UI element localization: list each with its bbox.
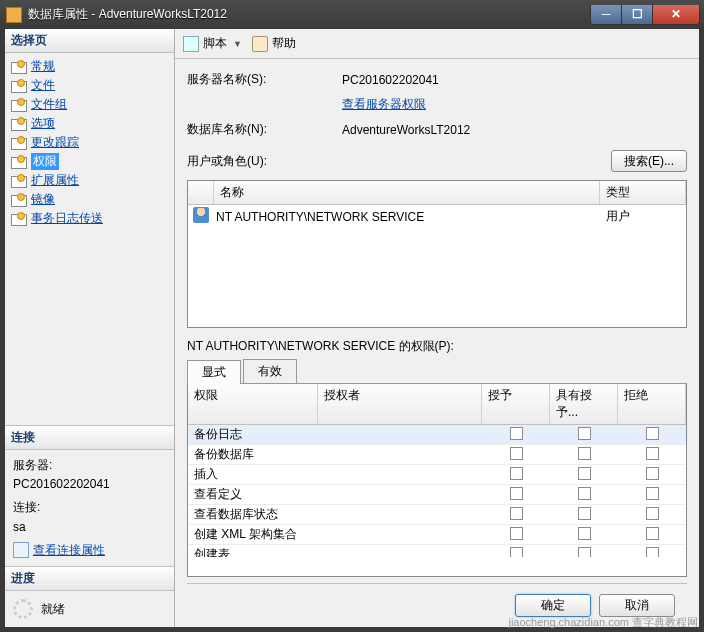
- perm-name: 创建表: [188, 546, 318, 557]
- script-dropdown-icon[interactable]: ▼: [233, 39, 242, 49]
- col-with-grant[interactable]: 具有授予...: [550, 384, 618, 424]
- permissions-grid[interactable]: 权限 授权者 授予 具有授予... 拒绝 备份日志备份数据库插入查看定义查看数据…: [187, 384, 687, 577]
- perm-row[interactable]: 查看数据库状态: [188, 505, 686, 525]
- progress-status: 就绪: [41, 601, 65, 618]
- search-button[interactable]: 搜索(E)...: [611, 150, 687, 172]
- col-deny[interactable]: 拒绝: [618, 384, 686, 424]
- grant-checkbox[interactable]: [510, 547, 523, 558]
- maximize-button[interactable]: ☐: [621, 5, 653, 25]
- perm-row[interactable]: 创建 XML 架构集合: [188, 525, 686, 545]
- content-area: 服务器名称(S): PC201602202041 查看服务器权限 数据库名称(N…: [175, 59, 699, 627]
- perm-name: 备份数据库: [188, 446, 318, 463]
- nav-item-扩展属性[interactable]: 扩展属性: [5, 171, 174, 190]
- perm-name: 备份日志: [188, 426, 318, 443]
- tab-explicit[interactable]: 显式: [187, 360, 241, 384]
- grant-checkbox[interactable]: [510, 427, 523, 440]
- user-type: 用户: [600, 208, 686, 225]
- conn-value: sa: [13, 518, 166, 537]
- server-value: PC201602202041: [13, 475, 166, 494]
- nav-item-文件组[interactable]: 文件组: [5, 95, 174, 114]
- col-type[interactable]: 类型: [600, 181, 686, 204]
- with-grant-checkbox[interactable]: [578, 547, 591, 558]
- perm-row[interactable]: 备份数据库: [188, 445, 686, 465]
- with-grant-checkbox[interactable]: [578, 507, 591, 520]
- user-name: NT AUTHORITY\NETWORK SERVICE: [214, 210, 600, 224]
- nav-label: 扩展属性: [31, 172, 79, 189]
- progress-section: 进度 就绪: [5, 566, 174, 627]
- perm-row[interactable]: 创建表: [188, 545, 686, 557]
- grant-checkbox[interactable]: [510, 487, 523, 500]
- right-pane: 脚本 ▼ 帮助 服务器名称(S): PC201602202041 查看服务器权限…: [175, 29, 699, 627]
- users-grid[interactable]: 名称 类型 NT AUTHORITY\NETWORK SERVICE用户: [187, 180, 687, 328]
- perm-row[interactable]: 查看定义: [188, 485, 686, 505]
- tab-effective[interactable]: 有效: [243, 359, 297, 383]
- grant-checkbox[interactable]: [510, 467, 523, 480]
- user-row[interactable]: NT AUTHORITY\NETWORK SERVICE用户: [188, 205, 686, 228]
- ok-button[interactable]: 确定: [515, 594, 591, 617]
- progress-ring-icon: [13, 599, 33, 619]
- page-icon: [11, 117, 27, 131]
- close-button[interactable]: ✕: [652, 5, 700, 25]
- nav-item-常规[interactable]: 常规: [5, 57, 174, 76]
- nav-label: 更改跟踪: [31, 134, 79, 151]
- deny-checkbox[interactable]: [646, 487, 659, 500]
- minimize-button[interactable]: ─: [590, 5, 622, 25]
- nav-label: 事务日志传送: [31, 210, 103, 227]
- deny-checkbox[interactable]: [646, 467, 659, 480]
- deny-checkbox[interactable]: [646, 427, 659, 440]
- deny-checkbox[interactable]: [646, 507, 659, 520]
- view-connection-link[interactable]: 查看连接属性: [33, 541, 105, 560]
- grant-checkbox[interactable]: [510, 447, 523, 460]
- col-permission[interactable]: 权限: [188, 384, 318, 424]
- nav-label: 选项: [31, 115, 55, 132]
- perm-name: 插入: [188, 466, 318, 483]
- select-page-header: 选择页: [5, 29, 174, 53]
- help-button[interactable]: 帮助: [272, 35, 296, 52]
- nav-label: 权限: [31, 153, 59, 170]
- page-icon: [11, 212, 27, 226]
- with-grant-checkbox[interactable]: [578, 427, 591, 440]
- nav-item-镜像[interactable]: 镜像: [5, 190, 174, 209]
- deny-checkbox[interactable]: [646, 547, 659, 558]
- deny-checkbox[interactable]: [646, 447, 659, 460]
- with-grant-checkbox[interactable]: [578, 527, 591, 540]
- nav-label: 常规: [31, 58, 55, 75]
- perm-row[interactable]: 备份日志: [188, 425, 686, 445]
- col-grant[interactable]: 授予: [482, 384, 550, 424]
- app-icon: [6, 7, 22, 23]
- window-buttons: ─ ☐ ✕: [591, 5, 700, 25]
- with-grant-checkbox[interactable]: [578, 487, 591, 500]
- nav-label: 文件组: [31, 96, 67, 113]
- with-grant-checkbox[interactable]: [578, 467, 591, 480]
- nav-item-权限[interactable]: 权限: [5, 152, 174, 171]
- page-icon: [11, 98, 27, 112]
- grant-checkbox[interactable]: [510, 507, 523, 520]
- perm-row[interactable]: 插入: [188, 465, 686, 485]
- grant-checkbox[interactable]: [510, 527, 523, 540]
- nav-item-事务日志传送[interactable]: 事务日志传送: [5, 209, 174, 228]
- col-grantor[interactable]: 授权者: [318, 384, 482, 424]
- view-server-permissions-link[interactable]: 查看服务器权限: [342, 96, 426, 113]
- window-title: 数据库属性 - AdventureWorksLT2012: [28, 6, 591, 23]
- perm-name: 查看数据库状态: [188, 506, 318, 523]
- progress-header: 进度: [5, 567, 174, 591]
- toolbar: 脚本 ▼ 帮助: [175, 29, 699, 59]
- connection-icon: [13, 542, 29, 558]
- nav-item-选项[interactable]: 选项: [5, 114, 174, 133]
- script-button[interactable]: 脚本: [203, 35, 227, 52]
- perm-name: 查看定义: [188, 486, 318, 503]
- user-icon: [193, 207, 209, 223]
- nav-list: 常规文件文件组选项更改跟踪权限扩展属性镜像事务日志传送: [5, 53, 174, 232]
- nav-item-更改跟踪[interactable]: 更改跟踪: [5, 133, 174, 152]
- deny-checkbox[interactable]: [646, 527, 659, 540]
- col-name[interactable]: 名称: [214, 181, 600, 204]
- server-name-value: PC201602202041: [342, 73, 687, 87]
- users-grid-header: 名称 类型: [188, 181, 686, 205]
- perm-name: 创建 XML 架构集合: [188, 526, 318, 543]
- cancel-button[interactable]: 取消: [599, 594, 675, 617]
- page-icon: [11, 155, 27, 169]
- nav-item-文件[interactable]: 文件: [5, 76, 174, 95]
- with-grant-checkbox[interactable]: [578, 447, 591, 460]
- users-label: 用户或角色(U):: [187, 153, 611, 170]
- watermark: jiaocheng.chazidian.com 查字典教程网: [508, 615, 698, 630]
